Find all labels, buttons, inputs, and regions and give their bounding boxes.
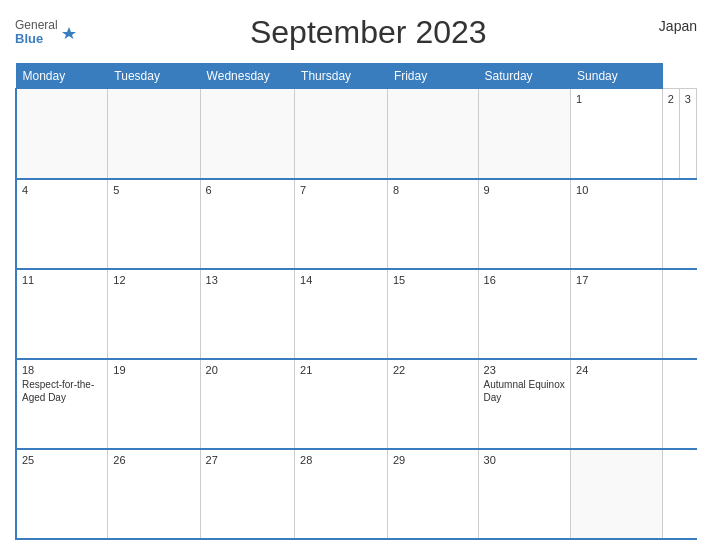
calendar-cell: 22 bbox=[387, 359, 478, 449]
day-number: 24 bbox=[576, 364, 657, 376]
calendar-week-row: 11121314151617 bbox=[16, 269, 697, 359]
day-number: 19 bbox=[113, 364, 194, 376]
weekday-friday: Friday bbox=[387, 64, 478, 89]
calendar-cell: 13 bbox=[200, 269, 294, 359]
calendar-cell: 6 bbox=[200, 179, 294, 269]
calendar-cell: 3 bbox=[679, 89, 696, 179]
calendar-cell: 14 bbox=[295, 269, 388, 359]
calendar-cell bbox=[571, 449, 663, 539]
day-number: 6 bbox=[206, 184, 289, 196]
calendar-cell: 4 bbox=[16, 179, 108, 269]
day-number: 11 bbox=[22, 274, 102, 286]
empty-cell bbox=[200, 89, 294, 179]
day-number: 29 bbox=[393, 454, 473, 466]
empty-cell bbox=[108, 89, 200, 179]
calendar-cell: 16 bbox=[478, 269, 571, 359]
day-number: 21 bbox=[300, 364, 382, 376]
holiday-name: Autumnal Equinox Day bbox=[484, 378, 566, 404]
weekday-saturday: Saturday bbox=[478, 64, 571, 89]
day-number: 4 bbox=[22, 184, 102, 196]
calendar-week-row: 123 bbox=[16, 89, 697, 179]
day-number: 14 bbox=[300, 274, 382, 286]
calendar-cell: 7 bbox=[295, 179, 388, 269]
calendar-cell bbox=[478, 89, 571, 179]
calendar-cell: 27 bbox=[200, 449, 294, 539]
day-number: 8 bbox=[393, 184, 473, 196]
calendar-cell: 18Respect-for-the-Aged Day bbox=[16, 359, 108, 449]
calendar-cell: 24 bbox=[571, 359, 663, 449]
day-number: 10 bbox=[576, 184, 657, 196]
calendar-cell: 29 bbox=[387, 449, 478, 539]
weekday-thursday: Thursday bbox=[295, 64, 388, 89]
calendar-cell: 30 bbox=[478, 449, 571, 539]
day-number: 30 bbox=[484, 454, 566, 466]
calendar-cell: 23Autumnal Equinox Day bbox=[478, 359, 571, 449]
weekday-tuesday: Tuesday bbox=[108, 64, 200, 89]
day-number: 26 bbox=[113, 454, 194, 466]
calendar-week-row: 18Respect-for-the-Aged Day1920212223Autu… bbox=[16, 359, 697, 449]
calendar-cell: 1 bbox=[571, 89, 663, 179]
day-number: 13 bbox=[206, 274, 289, 286]
calendar-cell: 21 bbox=[295, 359, 388, 449]
calendar-cell: 9 bbox=[478, 179, 571, 269]
day-number: 22 bbox=[393, 364, 473, 376]
day-number: 16 bbox=[484, 274, 566, 286]
day-number: 1 bbox=[576, 93, 657, 105]
calendar-cell: 2 bbox=[662, 89, 679, 179]
empty-cell bbox=[16, 89, 108, 179]
logo-general-text: General bbox=[15, 19, 58, 32]
day-number: 15 bbox=[393, 274, 473, 286]
day-number: 9 bbox=[484, 184, 566, 196]
day-number: 25 bbox=[22, 454, 102, 466]
day-number: 2 bbox=[668, 93, 674, 105]
calendar-cell: 26 bbox=[108, 449, 200, 539]
day-number: 17 bbox=[576, 274, 657, 286]
calendar-cell: 19 bbox=[108, 359, 200, 449]
day-number: 7 bbox=[300, 184, 382, 196]
day-number: 28 bbox=[300, 454, 382, 466]
logo: General Blue bbox=[15, 19, 78, 46]
calendar-cell: 15 bbox=[387, 269, 478, 359]
calendar-week-row: 252627282930 bbox=[16, 449, 697, 539]
calendar-cell bbox=[295, 89, 388, 179]
calendar-cell: 20 bbox=[200, 359, 294, 449]
calendar-week-row: 45678910 bbox=[16, 179, 697, 269]
day-number: 18 bbox=[22, 364, 102, 376]
day-number: 23 bbox=[484, 364, 566, 376]
weekday-sunday: Sunday bbox=[571, 64, 663, 89]
logo-flag-icon bbox=[60, 25, 78, 39]
calendar-title: September 2023 bbox=[78, 14, 659, 51]
calendar-cell bbox=[387, 89, 478, 179]
holiday-name: Respect-for-the-Aged Day bbox=[22, 378, 102, 404]
day-number: 3 bbox=[685, 93, 691, 105]
calendar-cell: 12 bbox=[108, 269, 200, 359]
calendar-cell: 5 bbox=[108, 179, 200, 269]
weekday-wednesday: Wednesday bbox=[200, 64, 294, 89]
calendar-cell: 17 bbox=[571, 269, 663, 359]
calendar-cell: 11 bbox=[16, 269, 108, 359]
calendar-cell: 25 bbox=[16, 449, 108, 539]
calendar-cell: 10 bbox=[571, 179, 663, 269]
day-number: 20 bbox=[206, 364, 289, 376]
day-number: 27 bbox=[206, 454, 289, 466]
calendar-table: MondayTuesdayWednesdayThursdayFridaySatu… bbox=[15, 63, 697, 540]
day-number: 12 bbox=[113, 274, 194, 286]
country-label: Japan bbox=[659, 18, 697, 34]
calendar-cell: 8 bbox=[387, 179, 478, 269]
calendar-cell: 28 bbox=[295, 449, 388, 539]
weekday-header-row: MondayTuesdayWednesdayThursdayFridaySatu… bbox=[16, 64, 697, 89]
day-number: 5 bbox=[113, 184, 194, 196]
calendar-header: General Blue September 2023 Japan bbox=[15, 10, 697, 55]
weekday-monday: Monday bbox=[16, 64, 108, 89]
logo-blue-text: Blue bbox=[15, 32, 58, 46]
